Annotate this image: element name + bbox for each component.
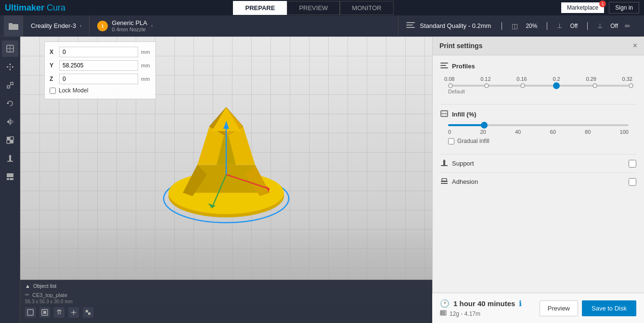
folder-button[interactable]: [4, 15, 23, 37]
material-info: Generic PLA 0.4mm Nozzle: [112, 19, 147, 32]
svg-marker-18: [7, 120, 9, 124]
svg-marker-19: [11, 120, 13, 124]
x-label: X: [50, 49, 56, 55]
3d-object[interactable]: [154, 97, 298, 233]
svg-rect-60: [443, 311, 444, 315]
gradual-checkbox[interactable]: [448, 138, 454, 144]
tick-0: [448, 83, 453, 88]
pv-5: 0.32: [622, 76, 632, 82]
topbar: Ultimaker Cura PREPARE PREVIEW MONITOR M…: [0, 0, 644, 15]
lock-checkbox[interactable]: [50, 88, 56, 94]
obj-action-2[interactable]: [39, 307, 50, 318]
svg-rect-39: [27, 310, 33, 315]
profiles-header[interactable]: Profiles: [440, 62, 636, 70]
printer-selector[interactable]: Creality Ender-3 ‹: [23, 15, 90, 37]
tool-rotate[interactable]: [2, 95, 18, 112]
infill-header: Infill (%): [440, 110, 636, 118]
svg-line-15: [10, 85, 11, 86]
infill-fill: [448, 124, 484, 126]
x-coord-row: X mm: [50, 47, 151, 57]
tool-support[interactable]: [2, 150, 18, 167]
panel-close-button[interactable]: ×: [633, 41, 637, 50]
svg-rect-61: [445, 311, 446, 315]
obj-action-4[interactable]: [68, 307, 79, 318]
profile-track[interactable]: [448, 85, 629, 87]
y-unit: mm: [141, 63, 151, 68]
profile-thumb[interactable]: [553, 82, 560, 89]
support-left: Support: [440, 159, 474, 168]
viewport[interactable]: X mm Y mm Z mm Lock Model ▲: [20, 37, 432, 323]
svg-rect-41: [43, 311, 46, 314]
material-name: Generic PLA: [112, 19, 147, 26]
time-value: 1 hour 40 minutes: [453, 299, 515, 308]
preview-button[interactable]: Preview: [540, 300, 578, 316]
tick-1: [484, 83, 489, 88]
svg-rect-54: [441, 183, 448, 184]
svg-rect-27: [7, 178, 9, 180]
iv-1: 20: [480, 129, 486, 135]
infill-thumb[interactable]: [481, 122, 488, 129]
tool-per-model[interactable]: [2, 132, 18, 148]
svg-marker-10: [6, 66, 8, 68]
quality-name: Standard Quality - 0.2mm: [420, 22, 491, 29]
svg-rect-21: [10, 140, 13, 143]
x-unit: mm: [141, 49, 151, 55]
infill-track[interactable]: [448, 124, 629, 126]
printer-bar: Creality Ender-3 ‹ 1 Generic PLA 0.4mm N…: [0, 15, 644, 37]
iv-5: 100: [620, 129, 629, 135]
tool-mirror[interactable]: [2, 114, 18, 130]
tab-preview[interactable]: PREVIEW: [287, 1, 340, 15]
x-input[interactable]: [59, 47, 138, 57]
svg-rect-43: [88, 312, 90, 315]
support-label: Support: [452, 160, 474, 167]
obj-action-5[interactable]: [83, 307, 93, 318]
pv-2: 0.16: [516, 76, 527, 82]
z-coord-row: Z mm: [50, 74, 151, 84]
material-chevron: ‹: [151, 23, 153, 28]
tool-scale[interactable]: [2, 77, 18, 93]
infill-slider: 0 20 40 60 80 100 Gradual infill: [440, 122, 636, 146]
tab-prepare[interactable]: PREPARE: [233, 1, 287, 15]
material-sub: 0.4mm Nozzle: [112, 26, 147, 32]
marketplace-button[interactable]: Marketplace 1: [561, 2, 604, 13]
support-val: Off: [570, 23, 578, 29]
material-selector[interactable]: 1 Generic PLA 0.4mm Nozzle ‹: [90, 15, 399, 37]
signin-button[interactable]: Sign in: [609, 2, 639, 13]
adhesion-checkbox[interactable]: [629, 178, 636, 186]
adhesion-val: Off: [610, 23, 618, 29]
tool-move[interactable]: [2, 59, 18, 75]
svg-rect-42: [86, 310, 88, 312]
quality-icon: [406, 22, 415, 30]
profiles-title: Profiles: [452, 63, 475, 70]
tab-monitor[interactable]: MONITOR: [340, 1, 393, 15]
z-input[interactable]: [59, 74, 138, 84]
svg-rect-56: [442, 179, 447, 181]
estimate-info: 🕐 1 hour 40 minutes ℹ 12g -: [440, 299, 532, 317]
info-button[interactable]: ℹ: [519, 299, 522, 308]
object-list-header[interactable]: ▲ Object list: [25, 283, 427, 289]
support-checkbox[interactable]: [629, 160, 636, 168]
lock-row: Lock Model: [50, 87, 151, 94]
estimate-actions: Preview Save to Disk: [540, 300, 636, 316]
svg-rect-51: [441, 165, 448, 166]
z-label: Z: [50, 76, 56, 82]
right-panel: Print settings × Profiles: [432, 37, 644, 323]
iv-0: 0: [448, 129, 451, 135]
save-button[interactable]: Save to Disk: [582, 300, 636, 316]
svg-rect-20: [7, 137, 10, 140]
svg-rect-59: [442, 311, 443, 315]
tool-arrange[interactable]: [2, 168, 18, 185]
panel-title: Print settings: [439, 42, 482, 50]
obj-action-1[interactable]: [25, 307, 36, 318]
tool-select[interactable]: [2, 40, 18, 57]
adhesion-row: Adhesion: [440, 172, 636, 191]
pencil-button[interactable]: ✏: [623, 20, 632, 32]
obj-action-3[interactable]: [54, 307, 64, 318]
svg-marker-8: [9, 63, 11, 65]
svg-rect-29: [7, 173, 13, 177]
tick-2: [520, 83, 525, 88]
y-input[interactable]: [59, 60, 138, 71]
adhesion-icon: [440, 178, 448, 186]
profile-slider: 0.08 0.12 0.16 0.2 0.28 0.32: [440, 74, 636, 96]
object-list-bar: ▲ Object list ✏ CE3_top_plate 56.3 x 56.…: [20, 280, 432, 323]
